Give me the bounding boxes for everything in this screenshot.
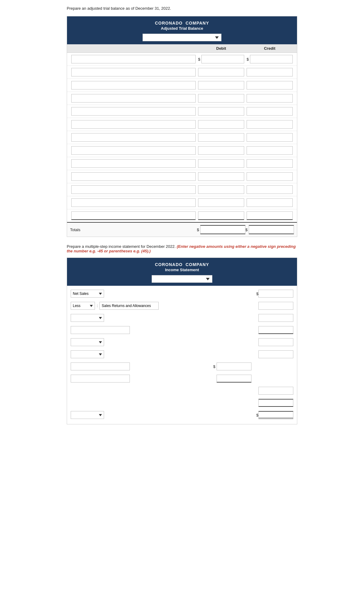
tb-credit-input-6[interactable] <box>247 120 293 129</box>
tb-account-cell[interactable] <box>70 54 197 64</box>
tb-totals-row: Totals $ $ <box>67 222 297 237</box>
is-mid-dollar-1: $ <box>213 363 254 370</box>
table-row <box>67 66 297 79</box>
is-right-amount-2[interactable] <box>258 399 293 407</box>
tb-account-input-12[interactable] <box>71 198 196 207</box>
tb-account-input-10[interactable] <box>71 172 196 181</box>
tb-date-dropdown[interactable] <box>143 34 221 41</box>
is-net-sales-select[interactable]: Net Sales <box>71 290 104 298</box>
is-right-area-final: $ <box>254 411 293 419</box>
tb-debit-input-6[interactable] <box>198 120 244 129</box>
tb-company-name: CORONADO COMPANY <box>70 21 294 25</box>
tb-company-normal: CORONADO <box>155 21 183 25</box>
is-plain-input-1[interactable] <box>71 326 130 334</box>
is-colon-1: : <box>97 304 98 308</box>
tb-account-input-3[interactable] <box>71 81 196 89</box>
is-amount-input-1[interactable] <box>258 314 293 322</box>
is-right-amount-1[interactable] <box>258 387 293 395</box>
tb-date-dropdown-wrapper[interactable] <box>70 34 294 41</box>
is-amount-input-4[interactable] <box>258 350 293 358</box>
tb-account-input-5[interactable] <box>71 107 196 116</box>
tb-debit-input-1[interactable] <box>201 55 244 63</box>
is-header: CORONADO COMPANY Income Statement <box>67 258 297 286</box>
tb-debit-input-7[interactable] <box>198 133 244 142</box>
tb-debit-input-3[interactable] <box>198 81 244 89</box>
is-row-right-double <box>71 397 293 408</box>
table-row <box>67 92 297 105</box>
tb-credit-input-2[interactable] <box>247 68 293 76</box>
is-label-area-mid-1 <box>71 363 168 370</box>
tb-debit-input-10[interactable] <box>198 172 244 181</box>
tb-debit-input-4[interactable] <box>198 94 244 103</box>
is-plain-input-3[interactable] <box>71 375 130 383</box>
tb-account-input-1[interactable] <box>71 55 196 63</box>
income-statement-container: CORONADO COMPANY Income Statement Net Sa… <box>67 258 297 424</box>
tb-credit-input-8[interactable] <box>247 146 293 155</box>
is-amount-input-2[interactable] <box>258 326 293 334</box>
is-plain-input-2[interactable] <box>71 363 130 370</box>
is-date-dropdown-wrapper[interactable] <box>70 275 294 283</box>
is-sales-returns-right <box>254 302 293 310</box>
table-row <box>67 131 297 144</box>
table-row <box>67 209 297 222</box>
tb-credit-input-5[interactable] <box>247 107 293 116</box>
tb-credit-input-1[interactable] <box>250 55 293 63</box>
is-dropdown-select-2[interactable] <box>71 338 104 346</box>
tb-totals-debit-cell: $ <box>197 225 245 234</box>
tb-totals-label: Totals <box>70 228 197 232</box>
tb-credit-input-7[interactable] <box>247 133 293 142</box>
tb-account-input-2[interactable] <box>71 68 196 76</box>
is-net-sales-right: $ <box>254 290 293 298</box>
tb-credit-input-4[interactable] <box>247 94 293 103</box>
tb-account-input-11[interactable] <box>71 185 196 194</box>
is-right-area-4 <box>254 350 293 358</box>
is-less-select[interactable]: Less <box>71 302 95 310</box>
tb-account-input-9[interactable] <box>71 159 196 168</box>
is-label-area-dropdown-3 <box>71 350 168 358</box>
tb-col-headers: Debit Credit <box>67 44 297 53</box>
tb-debit-input-8[interactable] <box>198 146 244 155</box>
is-sales-returns-amount[interactable] <box>258 302 293 310</box>
tb-debit-input-2[interactable] <box>198 68 244 76</box>
is-right-area-2 <box>254 326 293 334</box>
tb-account-input-13[interactable] <box>71 211 196 220</box>
tb-totals-debit-input[interactable] <box>200 225 245 234</box>
is-date-dropdown[interactable] <box>152 275 212 283</box>
table-row <box>67 105 297 118</box>
tb-debit-input-13[interactable] <box>198 211 244 220</box>
is-mid-amount-input-1[interactable] <box>217 363 251 370</box>
is-final-dollar: $ <box>256 413 258 417</box>
tb-debit-input-9[interactable] <box>198 159 244 168</box>
tb-credit-input-10[interactable] <box>247 172 293 181</box>
tb-credit-input-12[interactable] <box>247 198 293 207</box>
is-dropdown-select-1[interactable] <box>71 314 104 322</box>
is-sales-returns-input[interactable] <box>99 302 159 310</box>
tb-header: CORONADO COMPANY Adjusted Trial Balance <box>67 16 297 44</box>
tb-credit-input-9[interactable] <box>247 159 293 168</box>
tb-debit-input-5[interactable] <box>198 107 244 116</box>
tb-totals-credit-input[interactable] <box>249 225 294 234</box>
tb-account-input-4[interactable] <box>71 94 196 103</box>
tb-account-input-8[interactable] <box>71 146 196 155</box>
tb-credit-cell-1: $ <box>245 54 294 64</box>
tb-debit-input-12[interactable] <box>198 198 244 207</box>
is-net-sales-input[interactable] <box>258 290 293 298</box>
tb-col-debit: Debit <box>197 46 245 51</box>
is-dropdown-select-3[interactable] <box>71 350 104 358</box>
table-row <box>67 157 297 170</box>
is-final-amount[interactable] <box>258 411 293 419</box>
is-net-sales-label-area: Net Sales <box>71 290 168 298</box>
is-final-select[interactable] <box>71 411 104 419</box>
is-amount-input-3[interactable] <box>258 338 293 346</box>
tb-debit-input-11[interactable] <box>198 185 244 194</box>
is-company-bold: COMPANY <box>186 262 209 267</box>
table-row <box>67 118 297 131</box>
is-mid-amount-input-2[interactable] <box>217 375 251 383</box>
is-label-area-dropdown-2 <box>71 338 168 346</box>
tb-account-input-6[interactable] <box>71 120 196 129</box>
tb-account-input-7[interactable] <box>71 133 196 142</box>
tb-credit-input-3[interactable] <box>247 81 293 89</box>
tb-credit-input-13[interactable] <box>247 211 293 220</box>
tb-col-credit: Credit <box>245 46 294 51</box>
tb-credit-input-11[interactable] <box>247 185 293 194</box>
